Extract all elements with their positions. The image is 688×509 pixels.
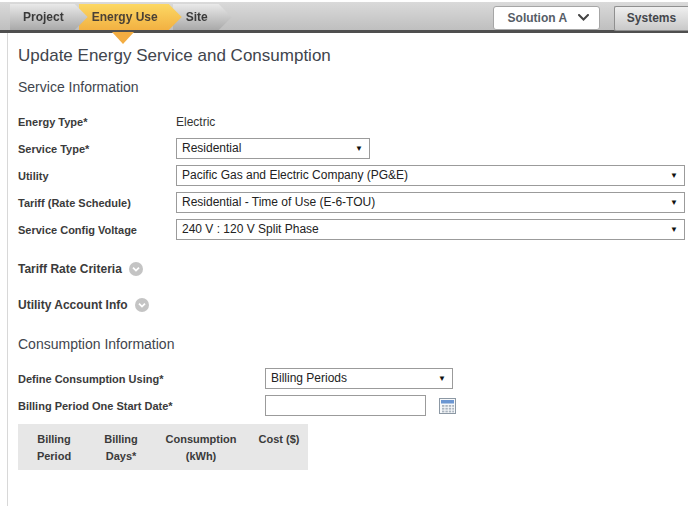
column-header-billing-days: Billing Days* bbox=[90, 424, 152, 470]
systems-button[interactable]: Systems bbox=[614, 6, 688, 31]
service-type-select[interactable]: Residential ▼ bbox=[176, 138, 370, 159]
service-config-voltage-label: Service Config Voltage bbox=[18, 224, 176, 236]
wizard-tab-bar: Project Energy Use Site Solution A Syste… bbox=[0, 0, 688, 33]
service-config-voltage-select[interactable]: 240 V : 120 V Split Phase ▼ bbox=[176, 219, 685, 240]
tab-energy-use[interactable]: Energy Use bbox=[79, 4, 182, 30]
billing-start-date-row: Billing Period One Start Date* bbox=[18, 395, 688, 416]
energy-type-row: Energy Type* Electric bbox=[18, 111, 688, 132]
chevron-down-circle-icon[interactable] bbox=[129, 262, 143, 276]
page-content: Update Energy Service and Consumption Se… bbox=[7, 33, 688, 506]
active-tab-pointer bbox=[112, 32, 134, 44]
chevron-down-icon bbox=[578, 14, 589, 21]
dropdown-arrow-icon: ▼ bbox=[670, 193, 678, 213]
chevron-down-circle-icon[interactable] bbox=[135, 298, 149, 312]
solution-dropdown-button[interactable]: Solution A bbox=[493, 6, 600, 30]
service-config-voltage-row: Service Config Voltage 240 V : 120 V Spl… bbox=[18, 219, 688, 240]
column-header-billing-period: Billing Period bbox=[18, 424, 90, 470]
service-type-selected-value: Residential bbox=[182, 141, 241, 155]
utility-account-info-toggle[interactable]: Utility Account Info bbox=[18, 298, 688, 312]
calendar-icon[interactable] bbox=[439, 398, 456, 414]
billing-start-date-label: Billing Period One Start Date* bbox=[18, 400, 265, 412]
tariff-rate-criteria-toggle[interactable]: Tariff Rate Criteria bbox=[18, 262, 688, 276]
solution-dropdown-label: Solution A bbox=[508, 11, 567, 25]
utility-label: Utility bbox=[18, 170, 176, 182]
consumption-information-heading: Consumption Information bbox=[18, 336, 688, 352]
breadcrumb: Project Energy Use Site bbox=[10, 4, 223, 30]
billing-periods-table-header: Billing Period Billing Days* Consumption… bbox=[18, 424, 308, 470]
page-title: Update Energy Service and Consumption bbox=[18, 46, 688, 66]
billing-start-date-input[interactable] bbox=[265, 395, 426, 416]
utility-account-info-label: Utility Account Info bbox=[18, 298, 128, 312]
utility-select[interactable]: Pacific Gas and Electric Company (PG&E) … bbox=[176, 165, 685, 186]
define-consumption-selected-value: Billing Periods bbox=[271, 371, 347, 385]
utility-row: Utility Pacific Gas and Electric Company… bbox=[18, 165, 688, 186]
column-header-cost: Cost ($) bbox=[250, 424, 308, 470]
dropdown-arrow-icon: ▼ bbox=[670, 220, 678, 240]
tariff-select[interactable]: Residential - Time of Use (E-6-TOU) ▼ bbox=[176, 192, 685, 213]
dropdown-arrow-icon: ▼ bbox=[355, 139, 363, 159]
tariff-selected-value: Residential - Time of Use (E-6-TOU) bbox=[182, 195, 375, 209]
tab-project[interactable]: Project bbox=[10, 4, 88, 30]
dropdown-arrow-icon: ▼ bbox=[438, 369, 446, 389]
energy-type-value: Electric bbox=[176, 115, 215, 129]
service-config-voltage-selected-value: 240 V : 120 V Split Phase bbox=[182, 222, 319, 236]
tariff-label: Tariff (Rate Schedule) bbox=[18, 197, 176, 209]
service-type-label: Service Type* bbox=[18, 143, 176, 155]
dropdown-arrow-icon: ▼ bbox=[670, 166, 678, 186]
define-consumption-select[interactable]: Billing Periods ▼ bbox=[265, 368, 453, 389]
utility-selected-value: Pacific Gas and Electric Company (PG&E) bbox=[182, 168, 408, 182]
energy-type-label: Energy Type* bbox=[18, 116, 176, 128]
column-header-consumption-kwh: Consumption (kWh) bbox=[152, 424, 250, 470]
service-information-heading: Service Information bbox=[18, 79, 688, 95]
tariff-rate-criteria-label: Tariff Rate Criteria bbox=[18, 262, 122, 276]
define-consumption-row: Define Consumption Using* Billing Period… bbox=[18, 368, 688, 389]
define-consumption-label: Define Consumption Using* bbox=[18, 373, 265, 385]
service-type-row: Service Type* Residential ▼ bbox=[18, 138, 688, 159]
tariff-row: Tariff (Rate Schedule) Residential - Tim… bbox=[18, 192, 688, 213]
